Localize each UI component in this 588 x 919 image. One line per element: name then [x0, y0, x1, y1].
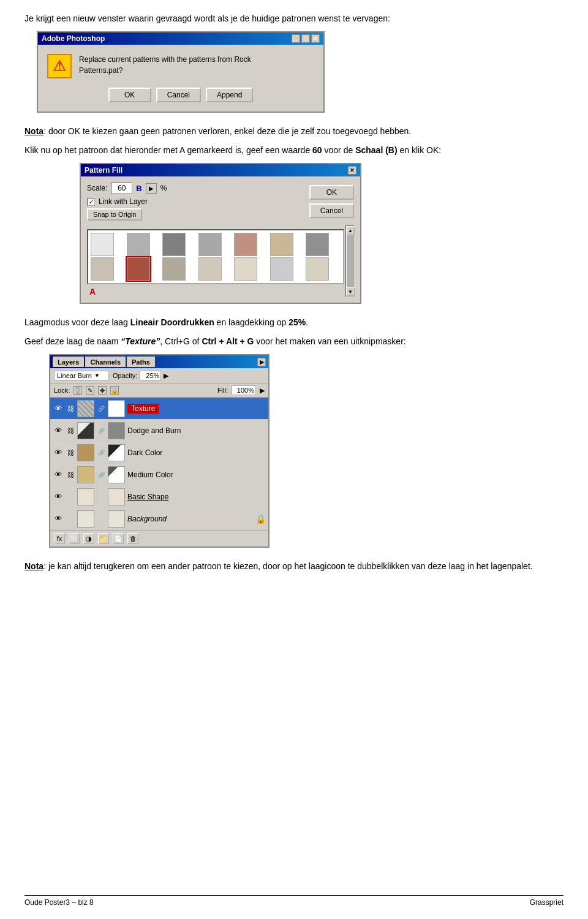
- layer-row-texture[interactable]: 👁 ⛓ 🔗 Texture: [50, 398, 268, 420]
- pf-scroll-up[interactable]: ▲: [346, 226, 355, 235]
- lp-new-layer-button[interactable]: 📄: [113, 533, 124, 544]
- pattern-cell-13[interactable]: [270, 257, 293, 281]
- layer-row-basicshape[interactable]: 👁 Basic Shape: [50, 486, 268, 508]
- lp-adjustment-button[interactable]: ◑: [83, 533, 94, 544]
- lock-transparency-icon[interactable]: ░: [74, 386, 82, 395]
- pattern-cell-2[interactable]: [127, 233, 150, 256]
- thumb-darkcolor: [77, 444, 94, 461]
- pf-scroll-down[interactable]: ▼: [346, 287, 355, 296]
- pattern-cell-1[interactable]: [91, 233, 114, 256]
- pf-link-label: Link with Layer: [99, 197, 148, 206]
- pattern-cell-8[interactable]: [91, 257, 114, 281]
- layer-row-darkcolor[interactable]: 👁 ⛓ 🔗 Dark Color: [50, 442, 268, 464]
- layer-row-dodgeburn[interactable]: 👁 ⛓ 🔗 Dodge and Burn: [50, 420, 268, 442]
- lp-controls-row: Linear Burn ▼ Opacity: 25% ▶: [50, 368, 268, 384]
- layer-row-background[interactable]: 👁 Background 🔒: [50, 508, 268, 530]
- pf-close-button[interactable]: ✕: [348, 166, 356, 175]
- pf-cancel-button[interactable]: Cancel: [309, 203, 354, 218]
- footer-left: Oude Poster3 – blz 8: [24, 898, 94, 907]
- ps-cancel-button[interactable]: Cancel: [156, 88, 201, 102]
- pf-body: Scale: 60 B ▶ % Link with Layer: [81, 176, 360, 303]
- lock-background-icon: 🔒: [255, 514, 266, 524]
- pf-scale-arrow[interactable]: ▶: [146, 183, 157, 194]
- pf-snap-button[interactable]: Snap to Origin: [87, 208, 142, 221]
- ps-ok-button[interactable]: OK: [108, 88, 151, 102]
- ps-close-button[interactable]: ✕: [311, 34, 320, 43]
- ps-maximize-button[interactable]: □: [301, 34, 310, 43]
- lp-delete-button[interactable]: 🗑: [127, 533, 138, 544]
- lp-mode-select[interactable]: Linear Burn ▼: [54, 371, 109, 380]
- pf-top-row: Scale: 60 B ▶ % Link with Layer: [87, 183, 354, 221]
- chain-icon-mediumcolor[interactable]: ⛓: [66, 471, 75, 479]
- instruction3-text1: Geef deze laag de naam: [24, 336, 121, 346]
- pf-scrollbar[interactable]: ▲ ▼: [345, 225, 354, 297]
- lp-mask-button[interactable]: ⬜: [69, 533, 80, 544]
- instruction1-schaal: Schaal (B): [355, 145, 397, 155]
- pattern-cell-11[interactable]: [198, 257, 222, 281]
- ps-dialog-title: Adobe Photoshop: [42, 34, 105, 43]
- pattern-cell-selected[interactable]: [127, 257, 150, 281]
- lock-all-icon[interactable]: 🔒: [110, 386, 119, 395]
- mask-dodgeburn: [108, 422, 125, 439]
- note2-label: Nota: [24, 561, 43, 571]
- pf-ok-cancel: OK Cancel: [309, 185, 354, 218]
- lp-fill-arrow[interactable]: ▶: [260, 387, 265, 395]
- eye-icon-mediumcolor[interactable]: 👁: [53, 469, 64, 480]
- pf-ok-button[interactable]: OK: [309, 185, 354, 200]
- lock-paint-icon[interactable]: ✎: [86, 386, 94, 395]
- lp-tab-layers[interactable]: Layers: [53, 357, 84, 367]
- instruction1-text: Klik nu op het patroon dat hieronder met…: [24, 145, 312, 155]
- layer-list: 👁 ⛓ 🔗 Texture 👁 ⛓ 🔗 Dodge and Burn: [50, 398, 268, 530]
- chain-icon-texture[interactable]: ⛓: [66, 404, 75, 413]
- mask-background: [108, 510, 125, 528]
- pattern-scroll-area: A ▲ ▼: [87, 225, 354, 297]
- lp-fill-input[interactable]: 100%: [232, 385, 256, 395]
- pattern-cell-10[interactable]: [162, 257, 186, 281]
- instruction2-dot: .: [306, 317, 308, 327]
- instruction1-paragraph: Klik nu op het patroon dat hieronder met…: [24, 144, 564, 157]
- lp-opacity-input[interactable]: 25%: [140, 371, 161, 380]
- pattern-cell-7[interactable]: [306, 233, 329, 256]
- lp-bottom-bar: fx ⬜ ◑ 📁 📄 🗑: [50, 530, 268, 546]
- lp-style-button[interactable]: fx: [54, 533, 65, 544]
- page-footer: Oude Poster3 – blz 8 Grasspriet: [24, 895, 564, 907]
- link-texture: 🔗: [97, 404, 105, 413]
- ps-minimize-button[interactable]: _: [292, 34, 300, 43]
- mask-texture: [108, 400, 125, 417]
- layer-name-background: Background: [127, 515, 253, 523]
- note2-paragraph: Nota: je kan altijd terugkeren om een an…: [24, 560, 564, 573]
- pf-scale-input[interactable]: 60: [111, 183, 132, 194]
- ps-append-button[interactable]: Append: [206, 88, 253, 102]
- chain-icon-dodgeburn[interactable]: ⛓: [66, 426, 75, 435]
- eye-icon-background[interactable]: 👁: [53, 513, 64, 524]
- eye-icon-basicshape[interactable]: 👁: [53, 491, 64, 502]
- instruction3-paragraph: Geef deze laag de naam “Texture”, Ctrl+G…: [24, 335, 564, 348]
- pattern-cell-14[interactable]: [306, 257, 329, 281]
- warning-icon: ⚠: [47, 54, 72, 78]
- pattern-cell-3[interactable]: [162, 233, 186, 256]
- instruction3-cont: , Ctrl+G of: [160, 336, 202, 346]
- pf-scroll-thumb[interactable]: [346, 235, 353, 287]
- eye-icon-darkcolor[interactable]: 👁: [53, 447, 64, 458]
- chain-icon-darkcolor[interactable]: ⛓: [66, 448, 75, 457]
- thumb-texture: [77, 400, 94, 417]
- pf-link-checkbox[interactable]: [87, 198, 95, 206]
- layer-row-mediumcolor[interactable]: 👁 ⛓ 🔗 Medium Color: [50, 464, 268, 486]
- lp-opacity-row: Opacity: 25% ▶: [113, 371, 168, 380]
- pattern-cell-5[interactable]: [234, 233, 257, 256]
- lp-close-button[interactable]: ▶: [257, 358, 266, 366]
- eye-icon-texture[interactable]: 👁: [53, 403, 64, 414]
- lock-move-icon[interactable]: ✥: [98, 386, 107, 395]
- layer-name-mediumcolor: Medium Color: [127, 471, 266, 479]
- eye-icon-dodgeburn[interactable]: 👁: [53, 425, 64, 436]
- lp-tab-paths[interactable]: Paths: [127, 357, 155, 367]
- pattern-cell-6[interactable]: [270, 233, 293, 256]
- pattern-cells: [91, 233, 341, 281]
- link-darkcolor: 🔗: [97, 448, 105, 457]
- lp-opacity-arrow[interactable]: ▶: [164, 372, 168, 380]
- pattern-cell-12[interactable]: [234, 257, 257, 281]
- lp-tab-channels[interactable]: Channels: [85, 357, 126, 367]
- pf-left-section: Scale: 60 B ▶ % Link with Layer: [87, 183, 303, 221]
- lp-folder-button[interactable]: 📁: [98, 533, 109, 544]
- pattern-cell-4[interactable]: [198, 233, 222, 256]
